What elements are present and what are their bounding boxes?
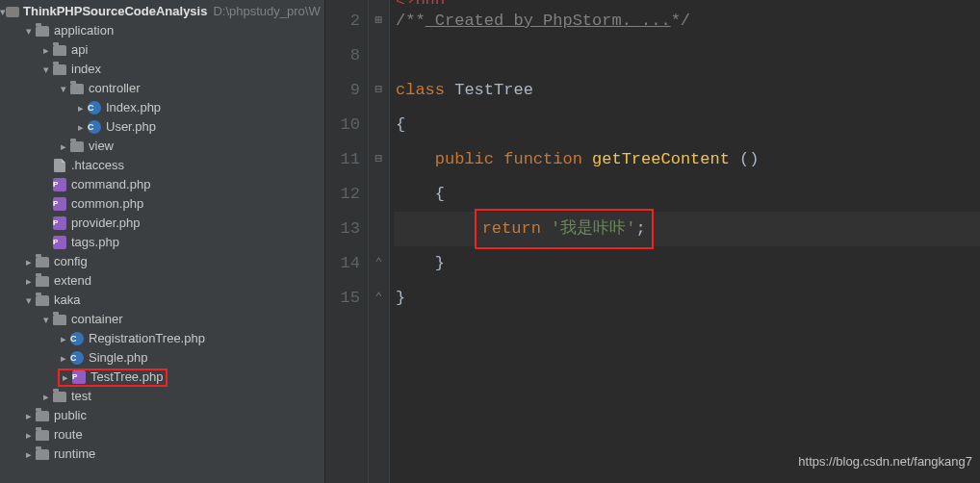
code-area[interactable]: <?php /** Created by PhpStorm. ...*/ cla…: [390, 0, 980, 483]
file-icon: [87, 100, 102, 115]
tree-item-registrationtree-php[interactable]: RegistrationTree.php: [0, 329, 324, 348]
project-path: D:\phpstudy_pro\W: [213, 2, 320, 21]
line-number: 2: [325, 4, 360, 38]
fold-mark-icon: [369, 177, 389, 212]
line-number: 11: [325, 142, 360, 177]
tree-item-view[interactable]: view: [0, 137, 324, 156]
expand-chevron-icon[interactable]: [40, 60, 52, 79]
code-line-14: }: [394, 246, 980, 281]
tree-item-common-php[interactable]: common.php: [0, 194, 324, 214]
tree-item-user-php[interactable]: User.php: [0, 117, 324, 137]
line-number: 8: [325, 38, 360, 73]
file-icon: [87, 119, 102, 135]
tree-item-thinkphpsourcecodeanalysis[interactable]: ThinkPHPSourceCodeAnalysisD:\phpstudy_pr…: [0, 2, 324, 21]
code-line-11: public function getTreeContent (): [394, 142, 980, 177]
line-number: 14: [325, 246, 360, 281]
tree-item-tags-php[interactable]: tags.php: [0, 233, 324, 252]
expand-chevron-icon[interactable]: [75, 117, 87, 137]
expand-chevron-icon[interactable]: [23, 406, 35, 425]
expand-chevron-icon[interactable]: [75, 98, 87, 117]
file-icon: [52, 196, 67, 212]
expand-chevron-icon[interactable]: [23, 252, 35, 271]
tree-item-label: api: [71, 40, 88, 60]
tree-item-provider-php[interactable]: provider.php: [0, 214, 324, 233]
tree-item-label: Index.php: [106, 98, 161, 117]
tree-item-label: ThinkPHPSourceCodeAnalysis: [23, 2, 207, 21]
folder-icon: [35, 446, 50, 462]
expand-chevron-icon[interactable]: [23, 271, 35, 291]
file-icon: [69, 331, 85, 346]
line-number: 9: [325, 73, 360, 108]
expand-chevron-icon[interactable]: [58, 348, 69, 368]
expand-chevron-icon[interactable]: [58, 329, 69, 348]
expand-chevron-icon[interactable]: [58, 137, 69, 156]
tree-item-label: public: [54, 406, 87, 425]
tree-item-kaka[interactable]: kaka: [0, 291, 324, 310]
tree-item-container[interactable]: container: [0, 310, 324, 329]
fold-mark-icon[interactable]: ⊞: [369, 4, 389, 38]
folder-icon: [52, 389, 67, 404]
tree-item-runtime[interactable]: runtime: [0, 445, 324, 464]
tree-item-single-php[interactable]: Single.php: [0, 348, 324, 368]
expand-chevron-icon[interactable]: [23, 425, 35, 445]
fold-mark-icon: [369, 212, 389, 246]
expand-chevron-icon[interactable]: [58, 79, 69, 98]
tree-item-index[interactable]: index: [0, 60, 324, 79]
tree-item-label: runtime: [54, 445, 95, 464]
folder-icon: [52, 312, 67, 327]
project-tree[interactable]: ThinkPHPSourceCodeAnalysisD:\phpstudy_pr…: [0, 0, 325, 483]
fold-mark-icon[interactable]: ⊟: [369, 142, 389, 177]
tree-item-config[interactable]: config: [0, 252, 324, 271]
fold-mark-icon: [369, 108, 389, 142]
expand-chevron-icon[interactable]: [23, 291, 35, 310]
tree-item-label: config: [54, 252, 88, 271]
code-line-2: /** Created by PhpStorm. ...*/: [394, 4, 980, 38]
tree-item--htaccess[interactable]: .htaccess: [0, 156, 324, 175]
expand-chevron-icon[interactable]: [40, 387, 52, 406]
tree-item-application[interactable]: application: [0, 21, 324, 40]
code-line-15: }: [394, 281, 980, 316]
folder-icon: [35, 23, 50, 38]
fold-mark-icon[interactable]: ⌃: [369, 246, 389, 281]
file-icon: [71, 369, 87, 385]
gutter-line-numbers: 289101112131415: [325, 0, 369, 483]
tree-item-route[interactable]: route: [0, 425, 324, 445]
editor[interactable]: 289101112131415 ⊞⊟⊟⌃⌃ <?php /** Created …: [325, 0, 980, 483]
folder-icon: [35, 408, 50, 423]
folder-icon: [69, 139, 85, 154]
code-line-10: {: [394, 108, 980, 142]
tree-item-api[interactable]: api: [0, 40, 324, 60]
folder-icon: [35, 273, 50, 289]
tree-item-label: User.php: [106, 117, 156, 137]
tree-item-extend[interactable]: extend: [0, 271, 324, 291]
expand-chevron-icon[interactable]: [40, 310, 52, 329]
tree-item-controller[interactable]: controller: [0, 79, 324, 98]
code-line-8: [394, 38, 980, 73]
fold-mark-icon[interactable]: ⊟: [369, 73, 389, 108]
file-icon: [52, 235, 67, 250]
tree-item-label: route: [54, 425, 83, 445]
code-line-9: class TestTree: [394, 73, 980, 108]
tree-item-label: test: [71, 387, 91, 406]
tree-item-testtree-php[interactable]: TestTree.php: [0, 368, 324, 387]
file-icon: [52, 177, 67, 192]
highlighted-file-box: TestTree.php: [58, 369, 168, 387]
expand-chevron-icon[interactable]: [60, 368, 71, 387]
tree-item-command-php[interactable]: command.php: [0, 175, 324, 194]
folder-icon: [69, 81, 85, 96]
tree-item-label: view: [89, 137, 114, 156]
tree-item-label: extend: [54, 271, 91, 291]
expand-chevron-icon[interactable]: [23, 21, 35, 40]
tree-item-label: index: [71, 60, 101, 79]
folder-icon: [52, 62, 67, 77]
expand-chevron-icon[interactable]: [23, 445, 35, 464]
tree-item-label: container: [71, 310, 122, 329]
fold-mark-icon[interactable]: ⌃: [369, 281, 389, 316]
tree-item-test[interactable]: test: [0, 387, 324, 406]
tree-item-public[interactable]: public: [0, 406, 324, 425]
tree-item-label: provider.php: [71, 214, 141, 233]
gutter-fold-marks[interactable]: ⊞⊟⊟⌃⌃: [369, 0, 390, 483]
expand-chevron-icon[interactable]: [40, 40, 52, 60]
tree-item-index-php[interactable]: Index.php: [0, 98, 324, 117]
folder-icon: [52, 42, 67, 58]
